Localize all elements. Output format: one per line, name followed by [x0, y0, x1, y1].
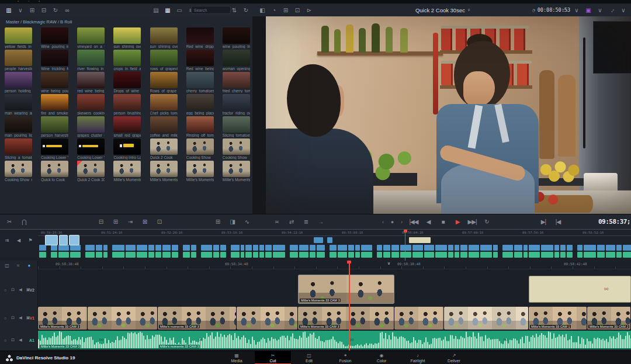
- thumbnail-view-icon[interactable]: ▦: [162, 5, 173, 15]
- media-clip-thumbnail[interactable]: [223, 50, 250, 66]
- media-clip-thumbnail[interactable]: [5, 161, 32, 177]
- track-lane-v1[interactable]: Millie's Moments 33 CAM 3Millie's moment…: [38, 307, 631, 330]
- overview-audio-clip[interactable]: [554, 252, 559, 258]
- import-media-icon[interactable]: ⊞: [27, 5, 37, 15]
- overview-video-clip[interactable]: [584, 245, 596, 251]
- overview-audio-clip[interactable]: [183, 252, 190, 258]
- overview-video-clip[interactable]: [183, 245, 190, 251]
- overview-v2-clip[interactable]: [60, 235, 67, 245]
- overview-audio-clip[interactable]: [299, 252, 308, 258]
- overview-video-clip[interactable]: [560, 245, 566, 251]
- overview-audio-clip[interactable]: [377, 252, 382, 258]
- overview-audio-clip[interactable]: [51, 252, 57, 258]
- overview-video-clip[interactable]: [51, 245, 57, 251]
- chevron-down-icon[interactable]: ∨: [571, 5, 582, 15]
- overview-audio-clip[interactable]: [460, 252, 467, 258]
- media-clip-thumbnail[interactable]: [186, 161, 214, 177]
- overview-video-clip[interactable]: [253, 245, 258, 251]
- overview-video-clip[interactable]: [391, 245, 399, 251]
- split-clips-icon[interactable]: ✂: [4, 217, 15, 227]
- jog-right-icon[interactable]: ›: [398, 217, 405, 227]
- overview-video-clip[interactable]: [259, 245, 264, 251]
- speed-icon[interactable]: ⇄: [286, 217, 297, 227]
- stop-button[interactable]: ■: [437, 217, 449, 227]
- overview-audio-clip[interactable]: [355, 252, 360, 258]
- overview-video-clip[interactable]: [606, 245, 615, 251]
- fast-review-icon[interactable]: ◔: [269, 5, 279, 15]
- overview-audio-clip[interactable]: [383, 252, 390, 258]
- page-tab-cut[interactable]: ✂Cut: [255, 351, 291, 364]
- page-tab-media[interactable]: ▦Media: [219, 351, 255, 364]
- overview-video-clip[interactable]: [330, 245, 337, 251]
- overview-video-clip[interactable]: [201, 245, 212, 251]
- collapse-overview-icon[interactable]: ∨: [387, 261, 390, 266]
- overview-video-clip[interactable]: [220, 245, 226, 251]
- overview-video-clip[interactable]: [241, 245, 244, 251]
- media-clip-thumbnail[interactable]: [41, 94, 68, 110]
- overview-video-clip[interactable]: [155, 245, 161, 251]
- overview-audio-clip[interactable]: [310, 252, 316, 258]
- page-tab-fairlight[interactable]: ♪Fairlight: [400, 351, 436, 364]
- media-clip-thumbnail[interactable]: [77, 138, 105, 155]
- overview-video-clip[interactable]: [502, 245, 513, 251]
- close-up-icon[interactable]: ⊠: [139, 217, 151, 227]
- go-to-last-frame-button[interactable]: ▶▶|: [466, 217, 478, 227]
- overview-audio-clip[interactable]: [220, 252, 226, 258]
- overview-video-clip[interactable]: [460, 245, 467, 251]
- go-to-first-frame-button[interactable]: |◀◀: [408, 217, 419, 227]
- overview-audio-clip[interactable]: [112, 252, 124, 258]
- overview-video-clip[interactable]: [299, 245, 308, 251]
- transform-icon[interactable]: ⊡: [292, 5, 303, 15]
- audio-meters-icon[interactable]: ≣: [300, 217, 312, 227]
- overview-audio-clip[interactable]: [126, 252, 136, 258]
- overview-video-clip[interactable]: [273, 245, 285, 251]
- overview-video-clip[interactable]: [469, 245, 479, 251]
- media-clip-thumbnail[interactable]: [223, 72, 250, 88]
- relink-media-icon[interactable]: ∞: [62, 5, 72, 15]
- media-clip-thumbnail[interactable]: [150, 50, 178, 66]
- track-lane-a1[interactable]: Millie's Moments 33 CAM 3Millie's moment…: [38, 331, 631, 349]
- overview-video-clip[interactable]: [137, 245, 147, 251]
- overview-video-clip[interactable]: [191, 245, 196, 251]
- full-extent-zoom-icon[interactable]: ◫: [4, 262, 11, 269]
- timeline-area[interactable]: 09:58:30:4809:58:34:4809:58:38:4809:58:4…: [38, 261, 631, 351]
- overview-video-clip[interactable]: [514, 245, 522, 251]
- overview-audio-clip[interactable]: [39, 252, 46, 258]
- media-clip-thumbnail[interactable]: [77, 50, 105, 66]
- v1-video-clip[interactable]: Millie's Moments 33 CAM 2: [587, 307, 631, 330]
- overview-video-clip[interactable]: [577, 245, 583, 251]
- mute-track-icon[interactable]: ◀: [18, 315, 23, 321]
- v1-video-clip[interactable]: [394, 307, 444, 330]
- play-button[interactable]: ▶: [452, 217, 463, 227]
- auto-select-icon[interactable]: ○: [2, 315, 8, 321]
- expand-viewer-icon[interactable]: ↔: [605, 3, 619, 17]
- overview-audio-clip[interactable]: [455, 252, 459, 258]
- overview-audio-clip[interactable]: [201, 252, 212, 258]
- media-clip-thumbnail[interactable]: [5, 116, 32, 133]
- overview-video-clip[interactable]: [355, 245, 360, 251]
- media-clip-thumbnail[interactable]: [113, 116, 141, 133]
- overview-audio-clip[interactable]: [58, 252, 69, 258]
- filmstrip-view-icon[interactable]: ▭: [174, 5, 185, 15]
- overview-audio-clip[interactable]: [448, 252, 453, 258]
- overview-audio-clip[interactable]: [541, 252, 553, 258]
- media-pool-toggle-icon[interactable]: ▥: [4, 5, 14, 15]
- multicam-icon[interactable]: ⊞: [280, 5, 291, 15]
- overview-audio-clip[interactable]: [469, 252, 479, 258]
- boring-detector-icon[interactable]: ∿: [241, 217, 253, 227]
- overview-video-clip[interactable]: [126, 245, 136, 251]
- tools-icon[interactable]: ≍: [271, 217, 283, 227]
- overview-audio-clip[interactable]: [245, 252, 252, 258]
- chevron-down-icon[interactable]: ∨: [618, 5, 629, 15]
- overview-video-clip[interactable]: [213, 245, 219, 251]
- media-clip-thumbnail[interactable]: [186, 72, 214, 88]
- overview-audio-clip[interactable]: [330, 252, 337, 258]
- overview-video-clip[interactable]: [245, 245, 252, 251]
- overview-audio-clip[interactable]: [523, 252, 528, 258]
- overview-video-clip[interactable]: [172, 245, 178, 251]
- timeline-overview-area[interactable]: 09:50:28:1609:51:24:1609:52:20:1609:53:1…: [38, 230, 631, 261]
- media-clip-thumbnail[interactable]: [113, 72, 141, 88]
- overview-v2-clip[interactable]: [46, 235, 57, 245]
- overview-audio-clip[interactable]: [623, 252, 631, 258]
- overview-video-clip[interactable]: [383, 245, 390, 251]
